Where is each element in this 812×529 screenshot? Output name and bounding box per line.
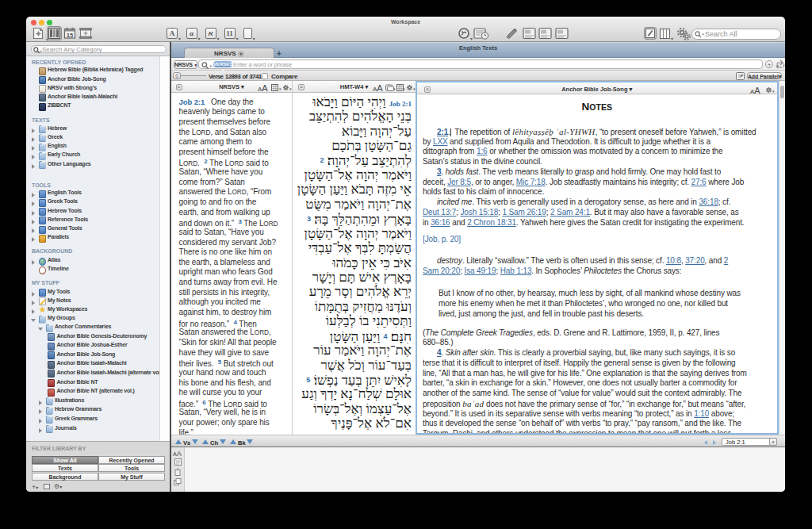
svg-text:15: 15	[67, 32, 73, 39]
